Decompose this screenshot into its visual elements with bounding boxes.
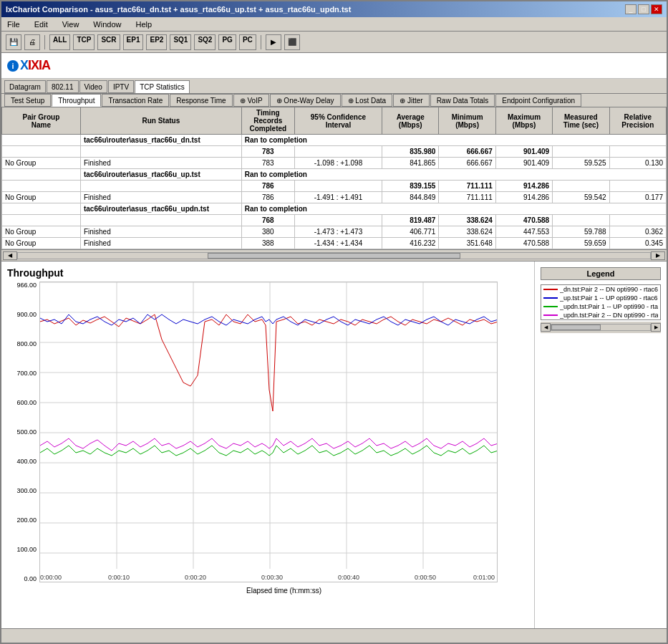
scrollbar-track[interactable] xyxy=(17,252,651,259)
cell-confidence: -1.098 : +1.098 xyxy=(294,158,382,169)
cell-confidence xyxy=(294,181,382,192)
title-bar: IxChariot Comparison - asus_rtac66u_dn.t… xyxy=(1,1,667,17)
y-label-500: 500.00 xyxy=(7,428,37,436)
menu-help[interactable]: Help xyxy=(132,19,155,29)
tab-group-tcp-statistics[interactable]: TCP Statistics xyxy=(135,80,190,93)
cell-average: 416.232 xyxy=(382,238,439,249)
filter-all[interactable]: ALL xyxy=(49,34,70,50)
legend-scroll-area[interactable]: _dn.tst:Pair 2 -- DN opti990 - rtac6... … xyxy=(541,284,661,320)
scroll-right-btn[interactable]: ▶ xyxy=(651,251,665,260)
table-wrapper[interactable]: Pair GroupName Run Status Timing Records… xyxy=(1,107,667,250)
legend-scroll-right[interactable]: ▶ xyxy=(651,323,661,332)
legend-scroll-thumb[interactable] xyxy=(551,325,601,330)
menu-edit[interactable]: Edit xyxy=(32,19,51,29)
filter-pg[interactable]: PG xyxy=(218,34,236,50)
filter-scr[interactable]: SCR xyxy=(97,34,120,50)
legend-scroll-left[interactable]: ◀ xyxy=(541,323,551,332)
cell-measured: 59.525 xyxy=(553,158,609,169)
tab-throughput[interactable]: Throughput xyxy=(52,94,101,107)
data-table: Pair GroupName Run Status Timing Records… xyxy=(1,107,667,249)
legend-item-dn[interactable]: _dn.tst:Pair 2 -- DN opti990 - rtac6... xyxy=(541,285,660,294)
menu-view[interactable]: View xyxy=(59,19,82,29)
x-label-0: 0:00:00 xyxy=(40,574,62,581)
table-row: No Group Finished 380 -1.473 : +1.473 40… xyxy=(2,226,667,238)
table-row: tac66u\router\asus_rtac66u_up.tst Ran to… xyxy=(2,169,667,181)
table-row: 768 819.487 338.624 470.588 xyxy=(2,215,667,226)
y-label-300: 300.00 xyxy=(7,487,37,494)
tab-voip[interactable]: ⊕ VoIP xyxy=(233,94,269,107)
tab-jitter[interactable]: ⊕ Jitter xyxy=(393,94,429,107)
y-label-900: 900.00 xyxy=(7,311,37,318)
tab-group-datagram[interactable]: Datagram xyxy=(4,80,46,93)
legend-item-updn2[interactable]: _updn.tst:Pair 2 -- DN opti990 - rta... xyxy=(541,311,660,319)
legend-item-updn1[interactable]: _updn.tst:Pair 1 -- UP opti990 - rta... xyxy=(541,302,660,311)
status-bar xyxy=(1,628,667,643)
tab-one-way-delay[interactable]: ⊕ One-Way Delay xyxy=(270,94,341,107)
cell-status-header: Ran to completion xyxy=(241,135,666,146)
cell-maximum: 447.553 xyxy=(495,226,552,238)
filter-ep1[interactable]: EP1 xyxy=(123,34,144,50)
save-button[interactable]: 💾 xyxy=(6,34,21,50)
col-maximum: Maximum(Mbps) xyxy=(495,107,552,135)
cell-maximum: 901.409 xyxy=(495,146,552,158)
brand-logo: i XIXIA xyxy=(7,58,50,73)
cell-timing: 786 xyxy=(241,181,294,192)
scroll-left-btn[interactable]: ◀ xyxy=(3,251,17,260)
cell-pair-group: No Group xyxy=(2,158,81,169)
filter-tcp[interactable]: TCP xyxy=(73,34,95,50)
tab-response-time[interactable]: Response Time xyxy=(170,94,232,107)
cell-average: 819.487 xyxy=(382,215,439,226)
filter-sq1[interactable]: SQ1 xyxy=(170,34,191,50)
table-row: tac66u\router\asus_rtac66u_updn.tst Ran … xyxy=(2,203,667,215)
tab-group-80211[interactable]: 802.11 xyxy=(47,80,79,93)
table-scrollbar[interactable]: ◀ ▶ xyxy=(1,250,667,261)
print-button[interactable]: 🖨 xyxy=(24,34,40,50)
tab-raw-data-totals[interactable]: Raw Data Totals xyxy=(430,94,495,107)
x-label-50: 0:00:50 xyxy=(415,574,436,581)
main-content: Pair GroupName Run Status Timing Records… xyxy=(1,107,667,628)
legend-label-updn1: _updn.tst:Pair 1 -- UP opti990 - rta... xyxy=(560,303,658,310)
table-row: No Group Finished 786 -1.491 : +1.491 84… xyxy=(2,192,667,203)
maximize-button[interactable]: □ xyxy=(638,4,649,14)
cell-measured: 59.788 xyxy=(553,226,609,238)
tab-endpoint-configuration[interactable]: Endpoint Configuration xyxy=(495,94,581,107)
cell-file-name: tac66u\router\asus_rtac66u_updn.tst xyxy=(80,203,241,215)
cell-precision: 0.130 xyxy=(609,158,666,169)
toolbar-separator-1 xyxy=(44,35,45,49)
stop-button[interactable]: ⬛ xyxy=(284,34,300,50)
legend-scrollbar[interactable]: ◀ ▶ xyxy=(541,322,661,333)
filter-ep2[interactable]: EP2 xyxy=(146,34,167,50)
close-button[interactable]: ✕ xyxy=(651,4,662,14)
filter-sq2[interactable]: SQ2 xyxy=(194,34,216,50)
chart-plot-area: 0:00:00 0:00:10 0:00:20 0:00:30 0:00:40 … xyxy=(39,282,528,595)
y-label-0: 0.00 xyxy=(7,575,37,582)
run-button[interactable]: ▶ xyxy=(266,34,281,50)
table-row: tac66u\router\asus_rtac66u_dn.tst Ran to… xyxy=(2,135,667,146)
legend-label-updn2: _updn.tst:Pair 2 -- DN opti990 - rta... xyxy=(560,312,658,319)
menu-file[interactable]: File xyxy=(4,19,23,29)
cell-minimum: 711.111 xyxy=(439,181,495,192)
y-label-600: 600.00 xyxy=(7,399,37,406)
main-window: IxChariot Comparison - asus_rtac66u_dn.t… xyxy=(0,0,668,644)
legend-label-up: _up.tst:Pair 1 -- UP opti990 - rtac66... xyxy=(560,294,658,302)
cell-precision xyxy=(609,215,666,226)
legend-item-up[interactable]: _up.tst:Pair 1 -- UP opti990 - rtac66... xyxy=(541,294,660,302)
toolbar: 💾 🖨 ALL TCP SCR EP1 EP2 SQ1 SQ2 PG PC ▶ … xyxy=(1,32,667,53)
tab-lost-data[interactable]: ⊕ Lost Data xyxy=(342,94,393,107)
chart-title: Throughput xyxy=(7,267,528,279)
menu-window[interactable]: Window xyxy=(90,19,124,29)
tab-group-iptv[interactable]: IPTV xyxy=(108,80,134,93)
cell-minimum: 666.667 xyxy=(439,146,495,158)
tab-group-video[interactable]: Video xyxy=(79,80,107,93)
filter-pc[interactable]: PC xyxy=(239,34,256,50)
minimize-button[interactable]: _ xyxy=(625,4,636,14)
col-pair-group: Pair GroupName xyxy=(2,107,81,135)
cell-timing: 783 xyxy=(241,146,294,158)
scrollbar-thumb[interactable] xyxy=(208,253,460,259)
tab-transaction-rate[interactable]: Transaction Rate xyxy=(102,94,169,107)
cell-timing: 380 xyxy=(241,226,294,238)
tab-test-setup[interactable]: Test Setup xyxy=(4,94,51,107)
cell-minimum: 351.648 xyxy=(439,238,495,249)
y-label-400: 400.00 xyxy=(7,458,37,465)
legend-scroll-track[interactable] xyxy=(551,324,651,331)
